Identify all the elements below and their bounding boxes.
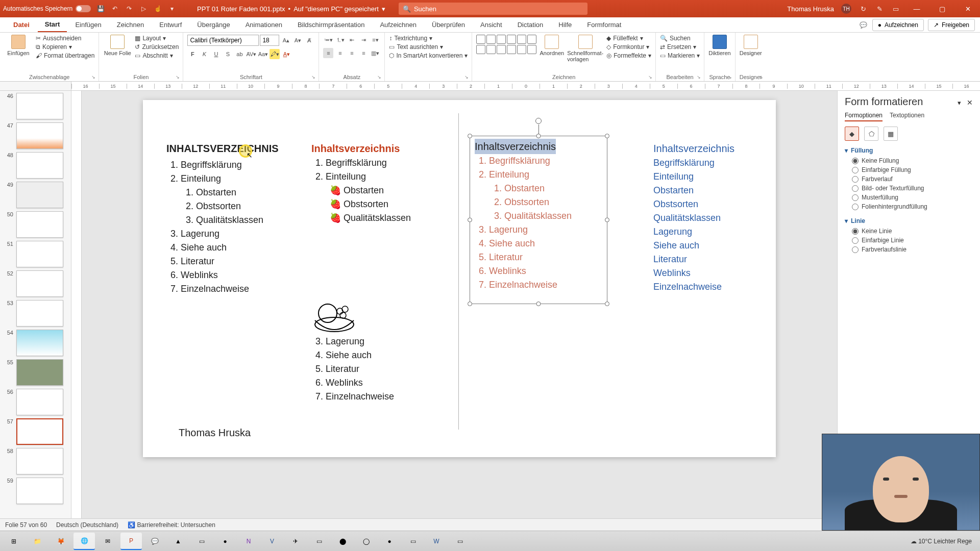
- textbox-1[interactable]: INHALTSVERZEICHNIS Begriffsklärung Einte…: [166, 141, 299, 296]
- save-location[interactable]: Auf "diesem PC" gespeichert: [293, 5, 379, 13]
- tab-dictation[interactable]: Dictation: [510, 18, 551, 32]
- redo-icon[interactable]: ↷: [125, 4, 134, 13]
- autosave-toggle-group[interactable]: Automatisches Speichern: [3, 5, 91, 12]
- language[interactable]: Deutsch (Deutschland): [56, 521, 118, 529]
- effects-icon[interactable]: ⬠: [864, 127, 878, 141]
- select-button[interactable]: ▭ Markieren ▾: [660, 52, 700, 59]
- underline-icon[interactable]: U: [211, 49, 221, 59]
- app-icon-2[interactable]: ▭: [191, 533, 212, 550]
- slideshow-icon[interactable]: ▷: [139, 4, 148, 13]
- textbox-4[interactable]: Inhaltsverzeichnis Begriffsklärung Einte…: [653, 141, 766, 294]
- case-icon[interactable]: Aa▾: [258, 49, 268, 59]
- spacing-icon[interactable]: AV▾: [246, 49, 256, 59]
- chrome-icon[interactable]: 🌐: [74, 533, 95, 550]
- app-icon-7[interactable]: ▭: [402, 533, 424, 550]
- fill-gradient[interactable]: Farbverlauf: [845, 174, 973, 184]
- qat-more-icon[interactable]: ▾: [167, 4, 177, 13]
- designer-button[interactable]: Designer: [740, 35, 762, 56]
- new-slide-button[interactable]: Neue Folie: [103, 35, 132, 56]
- thumb-49[interactable]: 49: [4, 182, 67, 208]
- user-name[interactable]: Thomas Hruska: [787, 5, 834, 13]
- size-props-icon[interactable]: ▦: [884, 127, 898, 141]
- shrink-font-icon[interactable]: A▾: [292, 35, 303, 45]
- format-painter-button[interactable]: 🖌 Format übertragen: [36, 52, 94, 59]
- italic-icon[interactable]: K: [199, 49, 209, 59]
- fontcolor-icon[interactable]: A▾: [281, 49, 291, 59]
- tab-transitions[interactable]: Übergänge: [190, 18, 237, 32]
- section-button[interactable]: ▭ Abschnitt ▾: [135, 52, 179, 59]
- weather-widget[interactable]: ☁ 10°C Leichter Rege: [911, 538, 972, 545]
- grow-font-icon[interactable]: A▴: [281, 35, 291, 45]
- firefox-icon[interactable]: 🦊: [50, 533, 71, 550]
- touch-icon[interactable]: ☝: [153, 4, 162, 13]
- layout-button[interactable]: ▦ Layout ▾: [135, 35, 179, 42]
- textbox-3-selected[interactable]: Inhaltsverzeichnis Begriffsklärung Einte…: [475, 139, 607, 292]
- indent-icon[interactable]: ⇥: [358, 35, 369, 45]
- ribbon-options-icon[interactable]: ▭: [891, 4, 900, 13]
- undo-icon[interactable]: ↶: [110, 4, 119, 13]
- tab-design[interactable]: Entwurf: [152, 18, 189, 32]
- slide-count[interactable]: Folie 57 von 60: [5, 521, 47, 529]
- thumb-54[interactable]: 54: [4, 330, 67, 356]
- thumb-48[interactable]: 48: [4, 152, 67, 179]
- pane-tab-text[interactable]: Textoptionen: [890, 112, 924, 121]
- thumb-50[interactable]: 50: [4, 211, 67, 238]
- app-icon-5[interactable]: ◯: [355, 533, 377, 550]
- line-none[interactable]: Keine Linie: [845, 227, 973, 236]
- explorer-icon[interactable]: 📁: [27, 533, 48, 550]
- thumb-59[interactable]: 59: [4, 478, 67, 504]
- fill-solid[interactable]: Einfarbige Füllung: [845, 165, 973, 174]
- tab-slideshow[interactable]: Bildschirmpräsentation: [290, 18, 372, 32]
- slide-canvas[interactable]: INHALTSVERZEICHNIS Begriffsklärung Einte…: [82, 91, 837, 518]
- start-icon[interactable]: ⊞: [3, 533, 24, 550]
- shapeoutline-button[interactable]: ◇ Formkontur ▾: [606, 43, 651, 51]
- accessibility[interactable]: ♿ Barrierefreiheit: Untersuchen: [128, 521, 215, 529]
- vlc-icon[interactable]: ▲: [167, 533, 189, 550]
- app-icon-4[interactable]: ▭: [308, 533, 330, 550]
- tab-view[interactable]: Ansicht: [473, 18, 509, 32]
- outdent-icon[interactable]: ⇤: [347, 35, 357, 45]
- copy-button[interactable]: ⧉ Kopieren ▾: [36, 43, 94, 51]
- columns-icon[interactable]: ▥▾: [370, 48, 380, 58]
- textdir-button[interactable]: ↕ Textrichtung ▾: [389, 35, 468, 42]
- word-icon[interactable]: W: [426, 533, 447, 550]
- highlight-icon[interactable]: 🖍▾: [270, 49, 280, 59]
- rotation-handle[interactable]: [535, 118, 542, 124]
- shapes-gallery[interactable]: [476, 35, 536, 54]
- obs-icon[interactable]: ⬤: [332, 533, 353, 550]
- autosave-toggle[interactable]: [76, 5, 91, 12]
- user-avatar[interactable]: TH: [841, 4, 851, 14]
- tab-file[interactable]: Datei: [6, 18, 37, 32]
- tab-shapeformat[interactable]: Formformat: [580, 18, 628, 32]
- line-solid[interactable]: Einfarbige Linie: [845, 236, 973, 245]
- align-justify-icon[interactable]: ≡: [358, 48, 369, 58]
- section-fill[interactable]: ▾ Füllung: [845, 147, 973, 154]
- search-input[interactable]: [414, 5, 583, 13]
- align-right-icon[interactable]: ≡: [347, 48, 357, 58]
- close-icon[interactable]: ✕: [959, 2, 977, 16]
- thumb-53[interactable]: 53: [4, 300, 67, 327]
- shapefill-button[interactable]: ◆ Fülleffekt ▾: [606, 35, 651, 42]
- pane-options-icon[interactable]: ▾: [958, 99, 961, 107]
- app-icon-1[interactable]: 💬: [144, 533, 165, 550]
- tab-help[interactable]: Hilfe: [551, 18, 579, 32]
- app-icon-8[interactable]: ▭: [449, 533, 471, 550]
- bullets-icon[interactable]: ≔▾: [323, 35, 333, 45]
- shapeeffects-button[interactable]: ◎ Formeffekte ▾: [606, 52, 651, 59]
- font-size-input[interactable]: [260, 35, 279, 46]
- horizontal-ruler[interactable]: 1615141312111098765432101234567891011121…: [71, 82, 980, 90]
- smartart-button[interactable]: ⬡ In SmartArt konvertieren ▾: [389, 52, 468, 59]
- tab-insert[interactable]: Einfügen: [68, 18, 108, 32]
- share-button[interactable]: ↗ Freigeben: [928, 19, 975, 31]
- tab-record[interactable]: Aufzeichnen: [373, 18, 424, 32]
- replace-button[interactable]: ⇄ Ersetzen ▾: [660, 43, 700, 51]
- thumb-55[interactable]: 55: [4, 359, 67, 386]
- thumb-52[interactable]: 52: [4, 270, 67, 297]
- slide-thumbnails[interactable]: 46 47 48 49 50 51 52 53 54 55 56 57 58 5…: [0, 91, 71, 518]
- tab-start[interactable]: Start: [38, 17, 67, 32]
- bold-icon[interactable]: F: [187, 49, 198, 59]
- paste-button[interactable]: Einfügen: [4, 35, 33, 56]
- tab-review[interactable]: Überprüfen: [425, 18, 472, 32]
- textbox-2b[interactable]: Lagerung Siehe auch Literatur Weblinks E…: [311, 335, 454, 404]
- quickstyles-button[interactable]: Schnellformat-vorlagen: [567, 35, 603, 62]
